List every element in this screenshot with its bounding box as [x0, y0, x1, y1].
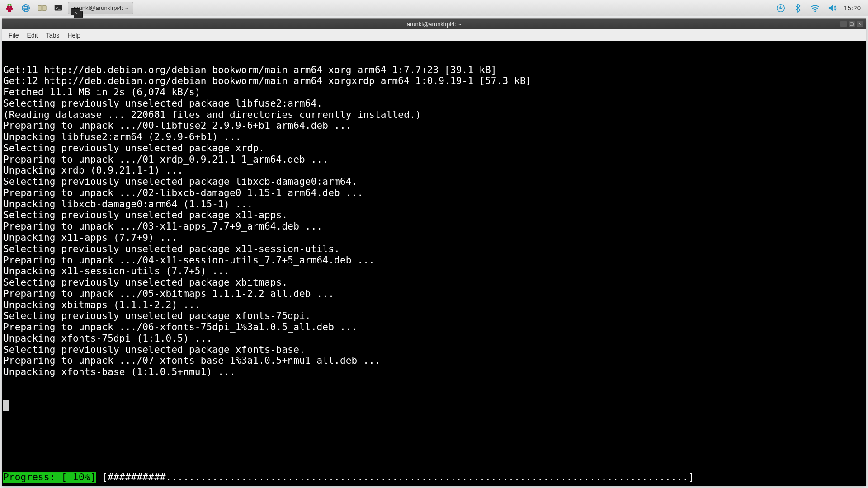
- terminal-line: Preparing to unpack .../01-xrdp_0.9.21.1…: [3, 154, 865, 165]
- window-close-button[interactable]: ×: [857, 21, 863, 27]
- terminal-line: Unpacking xrdp (0.9.21.1-1) ...: [3, 165, 865, 176]
- terminal-line: Selecting previously unselected package …: [3, 244, 865, 255]
- terminal-line: Selecting previously unselected package …: [3, 344, 865, 356]
- terminal-line: Unpacking xfonts-75dpi (1:1.0.5) ...: [3, 333, 865, 344]
- terminal-menubar: File Edit Tabs Help: [2, 29, 866, 41]
- bluetooth-tray-icon[interactable]: [792, 2, 804, 14]
- taskbar-clock[interactable]: 15:20: [844, 4, 861, 12]
- apt-progress-bar: [##########.............................…: [96, 472, 700, 483]
- terminal-line: Preparing to unpack .../00-libfuse2_2.9.…: [3, 120, 865, 131]
- terminal-icon[interactable]: >_: [52, 2, 65, 14]
- apt-progress-row: Progress: [ 10%] [##########............…: [3, 472, 865, 483]
- file-manager-icon[interactable]: [35, 2, 49, 14]
- terminal-body[interactable]: Get:11 http://deb.debian.org/debian book…: [2, 41, 866, 486]
- wifi-tray-icon[interactable]: [809, 2, 821, 14]
- terminal-line: Unpacking xbitmaps (1.1.1-2.2) ...: [3, 300, 865, 311]
- terminal-line: Preparing to unpack .../03-x11-apps_7.7+…: [3, 221, 865, 232]
- terminal-line: Preparing to unpack .../07-xfonts-base_1…: [3, 355, 865, 366]
- menu-help[interactable]: Help: [64, 31, 84, 40]
- terminal-cursor: [3, 400, 9, 411]
- menu-file[interactable]: File: [5, 31, 23, 40]
- svg-point-4: [10, 8, 13, 10]
- os-taskbar: >_ arunkl@arunklrpi4: ~ 15:20: [0, 0, 868, 16]
- window-minimize-button[interactable]: –: [840, 21, 847, 27]
- terminal-line: Selecting previously unselected package …: [3, 176, 865, 188]
- terminal-line: Fetched 11.1 MB in 2s (6,074 kB/s): [3, 87, 865, 98]
- terminal-line: Selecting previously unselected package …: [3, 210, 865, 221]
- terminal-line: Unpacking libxcb-damage0:arm64 (1.15-1) …: [3, 199, 865, 210]
- terminal-line: Unpacking x11-apps (7.7+9) ...: [3, 232, 865, 244]
- svg-point-18: [815, 11, 816, 12]
- terminal-line: (Reading database ... 220681 files and d…: [3, 109, 865, 121]
- apt-progress-label: Progress: [ 10%]: [3, 472, 96, 483]
- terminal-line: Selecting previously unselected package …: [3, 310, 865, 322]
- svg-point-6: [9, 10, 11, 12]
- window-controls: – ▢ ×: [840, 21, 863, 27]
- window-title: arunkl@arunklrpi4: ~: [407, 21, 462, 28]
- system-tray: 15:20: [775, 2, 865, 14]
- taskbar-launchers: >_ arunkl@arunklrpi4: ~: [3, 2, 133, 14]
- download-tray-icon[interactable]: [775, 2, 787, 14]
- terminal-line: Preparing to unpack .../02-libxcb-damage…: [3, 188, 865, 199]
- terminal-line: Get:11 http://deb.debian.org/debian book…: [3, 65, 865, 76]
- terminal-line: Unpacking x11-session-utils (7.7+5) ...: [3, 266, 865, 277]
- menu-tabs[interactable]: Tabs: [42, 31, 63, 40]
- window-maximize-button[interactable]: ▢: [849, 21, 855, 27]
- terminal-line: Preparing to unpack .../04-x11-session-u…: [3, 255, 865, 266]
- terminal-line: Preparing to unpack .../06-xfonts-75dpi_…: [3, 322, 865, 333]
- terminal-line: Selecting previously unselected package …: [3, 143, 865, 154]
- terminal-window: arunkl@arunklrpi4: ~ – ▢ × File Edit Tab…: [2, 18, 866, 486]
- svg-rect-14: [42, 5, 46, 10]
- terminal-line: Get:12 http://deb.debian.org/debian book…: [3, 75, 865, 87]
- svg-text:>_: >_: [56, 5, 61, 9]
- terminal-line: Unpacking libfuse2:arm64 (2.9.9-6+b1) ..…: [3, 131, 865, 143]
- terminal-line: Unpacking xfonts-base (1:1.0.5+nmu1) ...: [3, 366, 865, 378]
- volume-tray-icon[interactable]: [826, 2, 838, 14]
- svg-rect-13: [38, 5, 42, 10]
- terminal-output: Get:11 http://deb.debian.org/debian book…: [3, 65, 865, 378]
- taskbar-active-task[interactable]: arunkl@arunklrpi4: ~: [68, 2, 133, 14]
- terminal-line: Selecting previously unselected package …: [3, 277, 865, 288]
- raspberry-menu-icon[interactable]: [3, 2, 16, 14]
- terminal-line: Preparing to unpack .../05-xbitmaps_1.1.…: [3, 288, 865, 300]
- terminal-line: Selecting previously unselected package …: [3, 98, 865, 109]
- web-browser-icon[interactable]: [19, 2, 33, 14]
- terminal-cursor-line: [3, 400, 865, 411]
- taskbar-task-title: arunkl@arunklrpi4: ~: [74, 5, 128, 11]
- svg-point-8: [9, 4, 12, 6]
- menu-edit[interactable]: Edit: [24, 31, 42, 40]
- svg-point-7: [7, 4, 9, 6]
- window-titlebar[interactable]: arunkl@arunklrpi4: ~ – ▢ ×: [2, 19, 866, 29]
